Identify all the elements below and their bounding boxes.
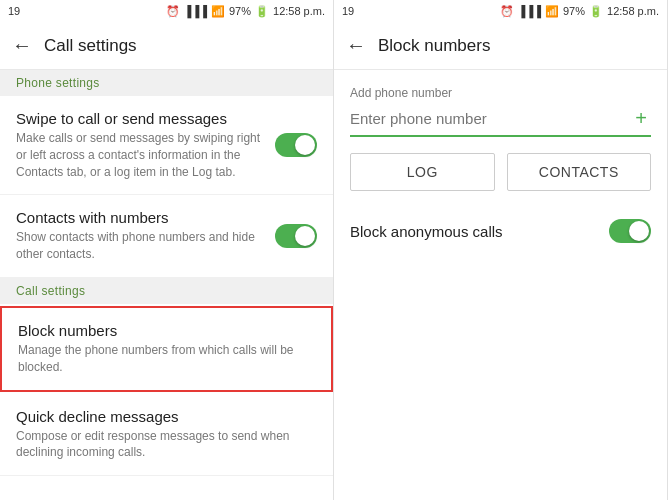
block-numbers-item[interactable]: Block numbers Manage the phone numbers f…: [0, 306, 333, 392]
swipe-to-call-text: Swipe to call or send messages Make call…: [16, 110, 275, 180]
contacts-with-numbers-item[interactable]: Contacts with numbers Show contacts with…: [0, 195, 333, 278]
left-screen-title: Call settings: [44, 36, 137, 56]
right-battery-icon: 🔋: [589, 5, 603, 18]
right-notification-icon: 19: [342, 5, 354, 17]
wifi-icon: 📶: [211, 5, 225, 18]
swipe-to-call-toggle[interactable]: [275, 133, 317, 157]
contacts-with-numbers-toggle[interactable]: [275, 224, 317, 248]
right-signal-icon: ▐▐▐: [518, 5, 541, 17]
right-back-button[interactable]: ←: [346, 34, 366, 57]
right-status-bar: 19 ⏰ ▐▐▐ 📶 97% 🔋 12:58 p.m.: [334, 0, 667, 22]
right-time-display: 12:58 p.m.: [607, 5, 659, 17]
left-status-bar: 19 ⏰ ▐▐▐ 📶 97% 🔋 12:58 p.m.: [0, 0, 333, 22]
notification-icon: 19: [8, 5, 20, 17]
block-anonymous-toggle[interactable]: [609, 219, 651, 243]
log-tab-button[interactable]: LOG: [350, 153, 495, 191]
alarm-icon: ⏰: [166, 5, 180, 18]
block-anonymous-label: Block anonymous calls: [350, 223, 503, 240]
right-battery-level: 97%: [563, 5, 585, 17]
block-numbers-text: Block numbers Manage the phone numbers f…: [18, 322, 315, 376]
right-screen-header: ← Block numbers: [334, 22, 667, 70]
quick-decline-title: Quick decline messages: [16, 408, 305, 425]
status-left: 19: [8, 5, 20, 17]
left-back-button[interactable]: ←: [12, 34, 32, 57]
contacts-with-numbers-text: Contacts with numbers Show contacts with…: [16, 209, 275, 263]
time-display: 12:58 p.m.: [273, 5, 325, 17]
right-status-right: ⏰ ▐▐▐ 📶 97% 🔋 12:58 p.m.: [500, 5, 659, 18]
phone-input-row: +: [350, 106, 651, 137]
contacts-with-numbers-title: Contacts with numbers: [16, 209, 263, 226]
call-settings-label: Call settings: [0, 278, 333, 304]
signal-icon: ▐▐▐: [184, 5, 207, 17]
left-screen-header: ← Call settings: [0, 22, 333, 70]
block-numbers-title: Block numbers: [18, 322, 303, 339]
phone-settings-label: Phone settings: [0, 70, 333, 96]
battery-level: 97%: [229, 5, 251, 17]
block-numbers-content: Add phone number + LOG CONTACTS Block an…: [334, 70, 667, 500]
right-alarm-icon: ⏰: [500, 5, 514, 18]
contacts-tab-button[interactable]: CONTACTS: [507, 153, 652, 191]
phone-number-input[interactable]: [350, 106, 631, 131]
swipe-to-call-item[interactable]: Swipe to call or send messages Make call…: [0, 96, 333, 195]
battery-icon: 🔋: [255, 5, 269, 18]
block-anonymous-row: Block anonymous calls: [350, 211, 651, 251]
swipe-to-call-title: Swipe to call or send messages: [16, 110, 263, 127]
left-panel: 19 ⏰ ▐▐▐ 📶 97% 🔋 12:58 p.m. ← Call setti…: [0, 0, 334, 500]
add-phone-button[interactable]: +: [631, 107, 651, 130]
contacts-with-numbers-desc: Show contacts with phone numbers and hid…: [16, 229, 263, 263]
quick-decline-item[interactable]: Quick decline messages Compose or edit r…: [0, 394, 333, 477]
block-numbers-desc: Manage the phone numbers from which call…: [18, 342, 303, 376]
right-wifi-icon: 📶: [545, 5, 559, 18]
quick-decline-desc: Compose or edit response messages to sen…: [16, 428, 305, 462]
log-contacts-buttons: LOG CONTACTS: [350, 153, 651, 191]
swipe-to-call-desc: Make calls or send messages by swiping r…: [16, 130, 263, 180]
right-status-left: 19: [342, 5, 354, 17]
right-panel: 19 ⏰ ▐▐▐ 📶 97% 🔋 12:58 p.m. ← Block numb…: [334, 0, 668, 500]
right-screen-title: Block numbers: [378, 36, 490, 56]
add-phone-label: Add phone number: [350, 86, 651, 100]
status-right: ⏰ ▐▐▐ 📶 97% 🔋 12:58 p.m.: [166, 5, 325, 18]
quick-decline-text: Quick decline messages Compose or edit r…: [16, 408, 317, 462]
